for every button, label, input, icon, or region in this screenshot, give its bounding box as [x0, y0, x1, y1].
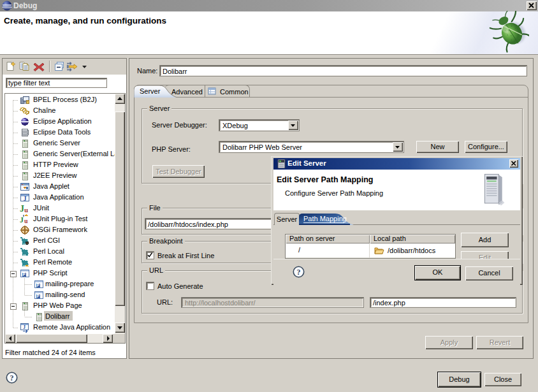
svg-text:?: ? — [297, 268, 301, 277]
svg-text:?: ? — [10, 374, 14, 382]
